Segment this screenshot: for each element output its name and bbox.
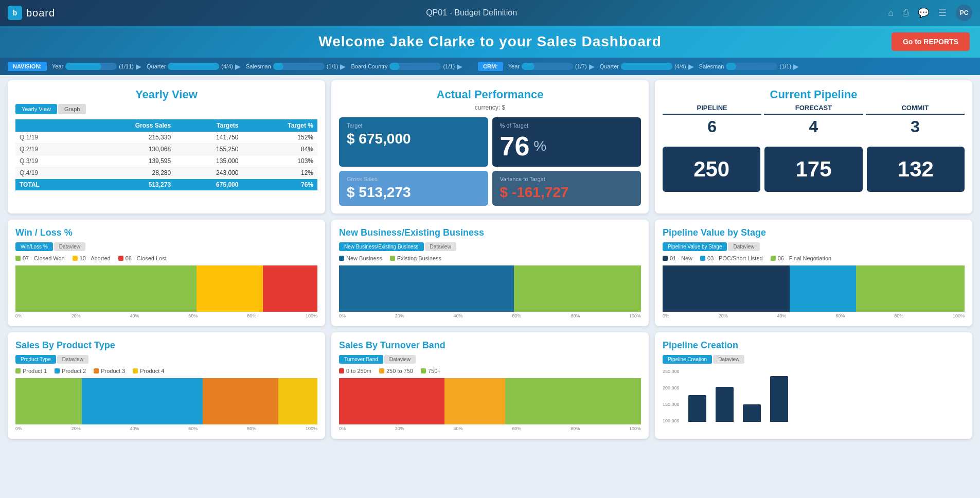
win-loss-tabs: Win/Loss % Dataview [15,242,317,251]
logo-area: b board [8,6,55,20]
win-loss-chart [15,265,317,312]
target-label: Target [347,122,480,129]
new-business-axis: 0%20%40%60%80%100% [339,313,641,318]
legend-closed-won: 07 - Closed Won [15,255,65,261]
tab-sp-data[interactable]: Dataview [57,355,88,364]
legend-750plus: 750+ [421,368,441,374]
tab-sp-main[interactable]: Product Type [15,355,56,364]
pipeline-value-pipeline: 250 [663,147,760,192]
win-loss-card: Win / Loss % Win/Loss % Dataview 07 - Cl… [8,220,325,326]
pipeline-value-tabs: Pipeline Value by Stage Dataview [663,242,965,251]
chat-icon[interactable]: 💬 [918,7,929,19]
target-value: $ 675,000 [347,131,480,147]
tab-win-loss-data[interactable]: Dataview [54,242,85,251]
tab-st-data[interactable]: Dataview [384,355,416,364]
avatar[interactable]: PC [956,5,972,21]
sales-product-legend: Product 1 Product 2 Product 3 Product 4 [15,368,317,374]
sales-turnover-card: Sales By Turnover Band Turnover Band Dat… [331,332,649,439]
welcome-text: Welcome Jake Clarke to your Sales Dashbo… [318,33,662,50]
sales-product-tabs: Product Type Dataview [15,355,317,364]
yearly-view-tabs: Yearly View Graph [15,104,317,114]
sales-label: Gross Sales [347,176,480,182]
pipeline-value-chart [663,265,965,312]
current-pipeline-card: Current Pipeline PIPELINE 6 FORECAST 4 C… [655,80,972,214]
tab-yearly-view[interactable]: Yearly View [15,104,57,114]
variance-box: Variance to Target $ -161,727 [492,171,642,206]
tab-pv-main[interactable]: Pipeline Value by Stage [663,242,727,251]
pipeline-creation-chart-area: 250,000 200,000 150,000 100,000 [663,368,965,424]
tab-pc-data[interactable]: Dataview [713,355,744,364]
bar-q2 [716,387,734,422]
gross-sales-box: Gross Sales $ 513,273 [339,171,488,206]
pipeline-creation-tabs: Pipeline Creation Dataview [663,355,965,364]
yearly-view-table: Gross Sales Targets Target % Q.1/19215,3… [15,119,317,191]
table-row: Q.1/19215,330141,750152% [15,132,317,144]
tab-pc-main[interactable]: Pipeline Creation [663,355,712,364]
filter-quarter[interactable]: Quarter (4/4) ▶ [147,62,241,70]
print-icon[interactable]: ⎙ [903,8,908,19]
legend-product4: Product 4 [133,368,164,374]
tab-yearly-graph[interactable]: Graph [58,104,86,114]
pipeline-header: PIPELINE 6 FORECAST 4 COMMIT 3 [663,104,965,139]
pipeline-creation-bars [688,368,965,424]
filter-country[interactable]: Board Country (1/1) ▶ [351,62,462,70]
target-box: Target $ 675,000 [339,117,488,167]
sales-turnover-chart [339,378,641,424]
y-axis-labels: 250,000 200,000 150,000 100,000 [663,368,686,424]
pipeline-values: 250 175 132 [663,147,965,192]
tab-nb-main[interactable]: New Business/Existing Business [339,242,424,251]
tab-st-main[interactable]: Turnover Band [339,355,383,364]
sales-product-chart [15,378,317,424]
menu-icon[interactable]: ☰ [938,7,947,19]
new-business-title: New Business/Existing Business [339,227,641,238]
sales-turnover-axis: 0%20%40%60%80%100% [339,426,641,431]
actual-performance-title: Actual Performance [339,88,641,101]
pipeline-creation-title: Pipeline Creation [663,340,965,351]
main-content: Yearly View Yearly View Graph Gross Sale… [0,75,980,444]
legend-01-new: 01 - New [663,255,692,261]
bar-q3 [743,404,761,422]
legend-product1: Product 1 [15,368,47,374]
new-business-legend: New Business Existing Business [339,255,641,261]
actual-performance-card: Actual Performance currency: $ Target $ … [331,80,649,214]
table-row: Q.4/1928,280243,00012% [15,167,317,179]
pipeline-value-legend: 01 - New 03 - POC/Short Listed 06 - Fina… [663,255,965,261]
top-icons: ⌂ ⎙ 💬 ☰ PC [888,5,972,21]
legend-new-business: New Business [339,255,382,261]
page-title: QP01 - Budget Definition [55,8,888,17]
variance-value: $ -161,727 [500,184,634,201]
pct-label: % of Target [500,122,634,129]
legend-existing-business: Existing Business [390,255,441,261]
legend-03-poc: 03 - POC/Short Listed [700,255,763,261]
tab-win-loss-pct[interactable]: Win/Loss % [15,242,53,251]
tab-pv-data[interactable]: Dataview [728,242,759,251]
variance-label: Variance to Target [500,176,634,182]
sales-turnover-tabs: Turnover Band Dataview [339,355,641,364]
pipeline-value-commit: 132 [867,147,965,192]
home-icon[interactable]: ⌂ [888,8,894,19]
legend-product2: Product 2 [55,368,86,374]
crm-filter-salesman[interactable]: Salesman (1/1) ▶ [699,62,799,70]
col-gross-sales: Gross Sales [78,119,175,132]
pipeline-creation-card: Pipeline Creation Pipeline Creation Data… [655,332,972,439]
filter-year[interactable]: Year (1/11) ▶ [52,62,141,70]
pipeline-value-axis: 0%20%40%60%80%100% [663,313,965,318]
welcome-banner: Welcome Jake Clarke to your Sales Dashbo… [0,26,980,58]
pct-value: 76 [500,131,530,162]
go-reports-button[interactable]: Go to REPORTS [892,32,970,51]
pipeline-col-forecast: FORECAST 4 [764,104,863,139]
tab-nb-data[interactable]: Dataview [425,242,456,251]
sales-product-card: Sales By Product Type Product Type Datav… [8,332,325,439]
crm-filter-year[interactable]: Year (1/7) ▶ [508,62,595,70]
sales-product-axis: 0%20%40%60%80%100% [15,426,317,431]
sales-turnover-legend: 0 to 250m 250 to 750 750+ [339,368,641,374]
new-business-tabs: New Business/Existing Business Dataview [339,242,641,251]
crm-filter-quarter[interactable]: Quarter (4/4) ▶ [600,62,694,70]
pipeline-value-title: Pipeline Value by Stage [663,227,965,238]
top-bar: b board QP01 - Budget Definition ⌂ ⎙ 💬 ☰… [0,0,980,26]
bar-q4 [770,376,788,422]
pipeline-value-card: Pipeline Value by Stage Pipeline Value b… [655,220,972,326]
filter-salesman[interactable]: Salesman (1/1) ▶ [246,62,346,70]
legend-0-250m: 0 to 250m [339,368,371,374]
col-targets: Targets [175,119,242,132]
